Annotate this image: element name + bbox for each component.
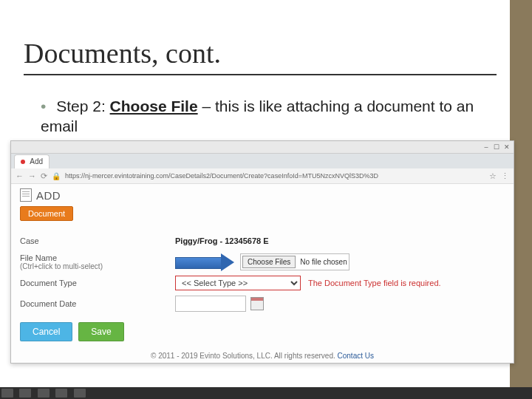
bookmark-star-icon[interactable]: ☆: [489, 171, 497, 181]
page-title: ADD: [36, 189, 61, 202]
button-row: Cancel Save: [20, 322, 505, 341]
title-underline: [24, 74, 497, 75]
doc-type-error: The Document Type field is required.: [308, 279, 441, 287]
taskbar-icon[interactable]: [19, 389, 31, 398]
bullet-step2: • Step 2: Choose File – this is like att…: [41, 96, 484, 137]
row-doc-type: Document Type << Select Type >> The Docu…: [20, 275, 505, 291]
page-header: ADD: [20, 188, 505, 202]
doc-type-label: Document Type: [20, 279, 175, 287]
no-file-text: No file chosen: [300, 258, 347, 266]
nav-back-button[interactable]: ←: [16, 171, 24, 180]
url-field[interactable]: https://nj-mercer.evintotraining.com/Cas…: [65, 172, 485, 180]
step-action: Choose File: [110, 98, 198, 115]
row-case: Case Piggy/Frog - 12345678 E: [20, 233, 505, 249]
callout-arrow-icon: [175, 255, 236, 270]
taskbar-icon[interactable]: [74, 389, 86, 398]
bullet-dot-icon: •: [41, 98, 46, 115]
row-filename: File Name (Ctrl+click to multi-select) C…: [20, 253, 505, 270]
nav-reload-button[interactable]: ⟳: [41, 171, 47, 181]
tab-document[interactable]: Document: [20, 206, 73, 221]
nav-forward-button[interactable]: →: [28, 171, 36, 180]
save-button[interactable]: Save: [78, 322, 123, 341]
window-minimize-button[interactable]: –: [482, 143, 490, 151]
case-label: Case: [20, 236, 175, 245]
lock-icon: 🔒: [52, 172, 61, 180]
window-titlebar: – ☐ ✕: [11, 141, 514, 154]
filename-label: File Name (Ctrl+click to multi-select): [20, 253, 175, 270]
taskbar-icon[interactable]: [1, 389, 13, 398]
address-bar: ← → ⟳ 🔒 https://nj-mercer.evintotraining…: [11, 168, 514, 184]
browser-menu-icon[interactable]: ⋮: [501, 171, 509, 181]
taskbar-icon[interactable]: [55, 389, 67, 398]
doc-date-label: Document Date: [20, 299, 175, 308]
os-taskbar: [0, 387, 532, 399]
window-maximize-button[interactable]: ☐: [493, 143, 500, 151]
favicon-icon: [21, 160, 25, 164]
doc-date-input[interactable]: [175, 296, 246, 312]
row-doc-date: Document Date: [20, 296, 505, 312]
choose-files-button[interactable]: Choose Files: [242, 256, 296, 268]
slide-title: Documents, cont.: [24, 37, 221, 69]
document-icon: [20, 188, 32, 202]
page-footer: © 2011 - 2019 Evinto Solutions, LLC. All…: [11, 352, 514, 360]
embedded-browser: – ☐ ✕ Add ← → ⟳ 🔒 https://nj-mercer.evin…: [10, 140, 514, 364]
browser-tabstrip: Add: [11, 154, 514, 168]
tab-title: Add: [30, 157, 43, 166]
window-close-button[interactable]: ✕: [503, 143, 511, 151]
taskbar-icon[interactable]: [38, 389, 50, 398]
browser-tab[interactable]: Add: [14, 154, 50, 168]
file-input-group[interactable]: Choose Files No file chosen: [240, 253, 349, 270]
filename-label-text: File Name: [20, 253, 57, 262]
slide: Documents, cont. • Step 2: Choose File –…: [0, 0, 532, 399]
step-prefix: Step 2:: [56, 98, 109, 115]
filename-hint: (Ctrl+click to multi-select): [20, 262, 175, 270]
case-value: Piggy/Frog - 12345678 E: [175, 236, 269, 245]
footer-contact-link[interactable]: Contact Us: [338, 352, 374, 360]
page-content: ADD Document Case Piggy/Frog - 12345678 …: [11, 184, 514, 346]
doc-type-select[interactable]: << Select Type >>: [175, 276, 301, 290]
footer-copyright: © 2011 - 2019 Evinto Solutions, LLC. All…: [151, 352, 335, 360]
cancel-button[interactable]: Cancel: [20, 322, 72, 341]
calendar-icon[interactable]: [250, 297, 264, 310]
